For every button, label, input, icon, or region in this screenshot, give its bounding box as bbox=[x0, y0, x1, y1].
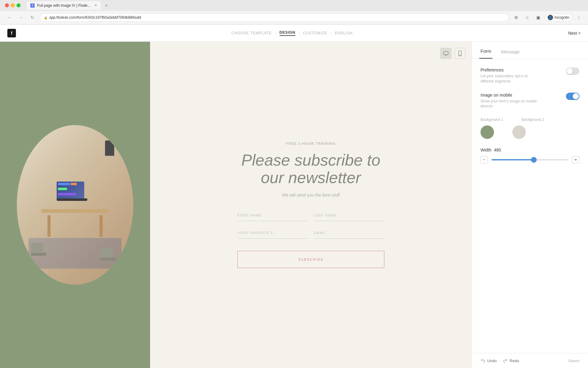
traffic-lights bbox=[5, 3, 21, 7]
menu-button[interactable]: ⋮ bbox=[575, 13, 583, 22]
preview-area: FREE 1-HOUR TRAINING Please subscribe to… bbox=[0, 42, 472, 368]
step-choose-template[interactable]: CHOOSE TEMPLATE bbox=[232, 31, 272, 35]
redo-button[interactable]: Redo bbox=[503, 358, 519, 363]
first-name-input[interactable] bbox=[237, 210, 308, 221]
left-image-panel bbox=[0, 42, 150, 368]
image-on-mobile-setting: Image on mobile Show your form's image o… bbox=[481, 93, 579, 109]
laptop-screen bbox=[57, 182, 84, 198]
sidebar-button[interactable]: ▣ bbox=[534, 13, 542, 22]
preferences-toggle[interactable] bbox=[566, 67, 579, 75]
extensions-button[interactable]: ⚙ bbox=[512, 13, 520, 22]
email-input[interactable] bbox=[314, 227, 384, 239]
chair-left bbox=[31, 243, 46, 256]
settings-tabs: Form Message bbox=[472, 42, 588, 59]
screen-block bbox=[71, 183, 77, 185]
width-decrease-button[interactable]: − bbox=[481, 156, 488, 163]
redo-label: Redo bbox=[510, 358, 519, 363]
background1-swatch[interactable] bbox=[481, 125, 494, 139]
person-silhouette bbox=[104, 133, 116, 158]
forward-button[interactable]: → bbox=[17, 13, 25, 22]
first-name-field bbox=[237, 210, 308, 221]
app-logo[interactable]: f bbox=[7, 29, 16, 37]
minimize-button[interactable] bbox=[11, 3, 15, 7]
toggle-knob bbox=[567, 68, 573, 74]
incognito-badge: 👤 Incognito bbox=[545, 14, 572, 21]
back-button[interactable]: ← bbox=[5, 13, 13, 22]
saved-status: Saved bbox=[568, 358, 579, 363]
favorite-input[interactable] bbox=[237, 227, 308, 239]
bookmark-button[interactable]: ☆ bbox=[523, 13, 531, 22]
image-on-mobile-label: Image on mobile bbox=[481, 93, 542, 98]
image-on-mobile-desc: Show your form's image on mobile devices bbox=[481, 99, 542, 109]
screen-block bbox=[58, 188, 67, 190]
settings-bottom-bar: Undo Redo Saved bbox=[472, 353, 588, 368]
width-increase-button[interactable]: + bbox=[572, 156, 579, 163]
person-head bbox=[107, 133, 113, 139]
settings-panel: Form Message Preferences Let your subscr… bbox=[472, 42, 588, 368]
close-button[interactable] bbox=[5, 3, 9, 7]
svg-rect-0 bbox=[444, 52, 448, 55]
width-slider-row: − + bbox=[481, 156, 579, 163]
step-customize[interactable]: CUSTOMIZE bbox=[303, 31, 327, 35]
step-arrow-1: › bbox=[275, 31, 277, 35]
form-eyebrow: FREE 1-HOUR TRAINING bbox=[286, 142, 336, 145]
preferences-desc: Let your subscribers opt-in to different… bbox=[481, 74, 542, 84]
new-tab-button[interactable]: + bbox=[105, 3, 108, 8]
undo-redo-group: Undo Redo bbox=[481, 358, 519, 363]
table-leg-left bbox=[47, 215, 51, 237]
preferences-label: Preferences bbox=[481, 67, 542, 72]
form-fields bbox=[237, 210, 384, 239]
svg-point-4 bbox=[460, 55, 460, 56]
table-illustration bbox=[38, 200, 112, 237]
settings-content: Preferences Let your subscribers opt-in … bbox=[472, 59, 588, 353]
width-value: 480 bbox=[494, 148, 501, 152]
mobile-preview-button[interactable] bbox=[454, 48, 466, 59]
circular-image bbox=[17, 125, 133, 285]
undo-button[interactable]: Undo bbox=[481, 358, 497, 363]
chair-back bbox=[31, 243, 43, 252]
preview-controls bbox=[440, 48, 466, 59]
screen-block bbox=[58, 183, 70, 185]
url-bar[interactable]: 🔒 app.flodesk.com/form/6343c197f60a3ebbf… bbox=[40, 13, 509, 22]
field-row-extra bbox=[237, 227, 384, 239]
step-publish[interactable]: PUBLISH bbox=[335, 31, 352, 35]
browser-chrome: f Full page with image IV | Flode... ✕ +… bbox=[0, 0, 588, 25]
tab-title: Full page with image IV | Flode... bbox=[37, 3, 91, 8]
laptop bbox=[57, 182, 87, 203]
chair-back-2 bbox=[100, 248, 113, 257]
background2-swatch[interactable] bbox=[512, 125, 526, 139]
step-design[interactable]: DESIGN bbox=[280, 30, 296, 36]
field-gap bbox=[237, 221, 384, 227]
background2-label: Background 2 bbox=[522, 117, 544, 122]
incognito-icon: 👤 bbox=[548, 15, 553, 20]
last-name-input[interactable] bbox=[314, 210, 384, 221]
width-header: Width 480 bbox=[481, 148, 579, 152]
nav-icons: ⚙ ☆ ▣ 👤 Incognito ⋮ bbox=[512, 13, 583, 22]
chair-right bbox=[100, 248, 116, 261]
room-image bbox=[17, 125, 133, 285]
slider-fill bbox=[492, 159, 534, 160]
image-on-mobile-toggle[interactable] bbox=[566, 93, 579, 100]
tab-close-icon[interactable]: ✕ bbox=[94, 3, 97, 7]
subscribe-button[interactable]: SUBSCRIBE bbox=[237, 251, 384, 268]
laptop-screen-content bbox=[57, 182, 84, 198]
width-slider-track[interactable] bbox=[492, 159, 568, 160]
slider-thumb[interactable] bbox=[531, 157, 537, 163]
desktop-preview-button[interactable] bbox=[440, 48, 451, 59]
redo-icon bbox=[503, 358, 508, 363]
next-button[interactable]: Next > bbox=[568, 31, 581, 36]
field-row-name bbox=[237, 210, 384, 221]
tab-message[interactable]: Message bbox=[500, 49, 521, 59]
app-header: f CHOOSE TEMPLATE › DESIGN › CUSTOMIZE ›… bbox=[0, 25, 588, 42]
refresh-button[interactable]: ↻ bbox=[28, 13, 37, 22]
background1-label: Background 1 bbox=[481, 117, 503, 122]
desktop-icon bbox=[443, 51, 449, 56]
colors-header: Background 1 Background 2 bbox=[481, 117, 579, 122]
image-on-mobile-info: Image on mobile Show your form's image o… bbox=[481, 93, 542, 109]
tab-form[interactable]: Form bbox=[479, 48, 492, 59]
chair-seat bbox=[31, 253, 46, 256]
maximize-button[interactable] bbox=[17, 3, 21, 7]
form-subtitle: We will send you the best stuff bbox=[282, 193, 340, 197]
browser-tab[interactable]: f Full page with image IV | Flode... ✕ bbox=[27, 1, 101, 10]
laptop-base bbox=[57, 198, 87, 201]
